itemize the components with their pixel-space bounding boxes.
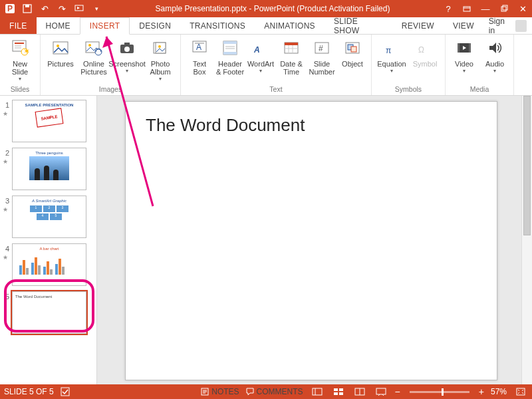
tab-slideshow[interactable]: SLIDE SHOW xyxy=(325,17,392,34)
animation-star-icon: ★ xyxy=(3,110,9,117)
svg-rect-37 xyxy=(285,43,298,45)
tab-insert[interactable]: INSERT xyxy=(80,17,130,35)
close-icon[interactable]: ✕ xyxy=(513,0,532,17)
svg-rect-75 xyxy=(339,388,343,391)
zoom-out-button[interactable]: − xyxy=(395,386,400,397)
svg-rect-61 xyxy=(50,269,53,275)
slide-sorter-view-icon[interactable] xyxy=(331,386,346,397)
wordart-icon: A xyxy=(250,37,271,59)
text-box-button[interactable]: AText Box xyxy=(185,36,214,76)
svg-point-23 xyxy=(124,47,130,52)
undo-icon[interactable]: ↶ xyxy=(37,1,52,16)
zoom-slider[interactable] xyxy=(410,391,469,393)
help-icon[interactable]: ? xyxy=(439,0,458,17)
sign-in-label: Sign in xyxy=(489,17,511,35)
slide-thumbnail[interactable]: 3★ A SmartArt Graphic 123 45 xyxy=(3,196,94,238)
tab-view[interactable]: VIEW xyxy=(444,17,483,34)
online-pictures-button[interactable]: Online Pictures xyxy=(78,36,110,82)
svg-rect-9 xyxy=(503,5,507,10)
svg-rect-60 xyxy=(47,261,49,275)
video-button[interactable]: Video xyxy=(450,36,479,74)
notes-button[interactable]: NOTES xyxy=(201,387,239,396)
tab-design[interactable]: DESIGN xyxy=(130,17,180,34)
date-time-button[interactable]: Date & Time xyxy=(277,36,306,76)
app-icon[interactable]: P xyxy=(3,1,17,16)
slide-thumbnail-preview: A bar chart xyxy=(12,243,86,286)
svg-rect-80 xyxy=(376,388,386,394)
slide-number-button[interactable]: #Slide Number xyxy=(307,36,336,76)
redo-icon[interactable]: ↷ xyxy=(55,1,69,16)
slide-thumbnail[interactable]: 1★ SAMPLE PRESENTATION SAMPLE xyxy=(3,100,94,142)
svg-rect-76 xyxy=(334,392,338,395)
svg-point-26 xyxy=(158,45,161,48)
svg-point-19 xyxy=(88,44,91,47)
tab-home[interactable]: HOME xyxy=(37,17,80,34)
group-slides: ✶ New Slide Slides xyxy=(0,35,41,95)
header-footer-icon xyxy=(219,37,241,59)
svg-point-17 xyxy=(57,45,59,47)
audio-icon xyxy=(484,37,505,59)
svg-text:A: A xyxy=(253,45,260,55)
svg-rect-57 xyxy=(35,257,37,275)
slide-thumbnail[interactable]: 5 The Word Document xyxy=(3,291,94,334)
reading-view-icon[interactable] xyxy=(352,386,367,397)
slide-thumbnail[interactable]: 4★ A bar chart xyxy=(3,243,94,286)
sign-in[interactable]: Sign in xyxy=(483,17,532,34)
svg-text:A: A xyxy=(196,43,201,52)
object-button[interactable]: Object xyxy=(338,36,367,76)
svg-rect-53 xyxy=(19,265,22,275)
slide-canvas[interactable]: The Word Document xyxy=(97,96,532,384)
slide-title[interactable]: The Word Document xyxy=(146,115,305,136)
zoom-slider-thumb[interactable] xyxy=(442,388,444,396)
current-slide[interactable]: The Word Document xyxy=(125,101,497,380)
title-bar: P ↶ ↷ ▾ Sample Presentation.pptx - Power… xyxy=(0,0,532,17)
status-bar: SLIDE 5 OF 5 NOTES COMMENTS − + 57% xyxy=(0,384,532,399)
save-icon[interactable] xyxy=(20,1,35,16)
slide-thumbnail[interactable]: 2★ Three penguins xyxy=(3,148,94,190)
svg-marker-52 xyxy=(489,43,496,53)
header-footer-button[interactable]: Header & Footer xyxy=(215,36,245,76)
equation-button[interactable]: πEquation xyxy=(376,36,408,74)
minimize-icon[interactable]: — xyxy=(476,0,495,17)
status-slide-count[interactable]: SLIDE 5 OF 5 xyxy=(4,387,54,396)
ribbon-display-icon[interactable] xyxy=(458,0,476,17)
group-symbols: πEquation ΩSymbol Symbols xyxy=(372,35,446,95)
tab-animations[interactable]: ANIMATIONS xyxy=(255,17,325,34)
scrollbar-thumb[interactable] xyxy=(523,96,531,235)
tab-file[interactable]: FILE xyxy=(0,17,37,34)
qat-customize-icon[interactable]: ▾ xyxy=(89,1,104,16)
svg-rect-25 xyxy=(156,43,166,53)
vertical-scrollbar[interactable] xyxy=(521,96,532,384)
audio-button[interactable]: Audio xyxy=(480,36,509,74)
tab-transitions[interactable]: TRANSITIONS xyxy=(180,17,255,34)
svg-rect-32 xyxy=(223,52,237,55)
wordart-button[interactable]: AWordArt xyxy=(246,36,275,76)
slide-thumbnail-panel[interactable]: 1★ SAMPLE PRESENTATION SAMPLE 2★ Three p… xyxy=(0,96,97,384)
svg-rect-6 xyxy=(464,7,470,11)
comments-button[interactable]: COMMENTS xyxy=(246,387,303,396)
zoom-in-button[interactable]: + xyxy=(479,386,484,397)
fit-to-window-icon[interactable] xyxy=(513,386,528,397)
window-title: Sample Presentation.pptx - PowerPoint (P… xyxy=(106,4,439,13)
new-slide-button[interactable]: ✶ New Slide xyxy=(4,36,36,82)
svg-text:#: # xyxy=(319,44,323,53)
svg-rect-77 xyxy=(339,392,343,395)
zoom-level[interactable]: 57% xyxy=(491,387,507,396)
svg-text:Ω: Ω xyxy=(418,45,424,55)
window-controls: ? — ✕ xyxy=(439,0,532,17)
screenshot-button[interactable]: Screenshot xyxy=(111,36,143,82)
text-box-icon: A xyxy=(189,37,210,59)
tab-review[interactable]: REVIEW xyxy=(392,17,444,34)
photo-album-button[interactable]: Photo Album xyxy=(144,36,176,82)
ribbon-tabs: FILE HOME INSERT DESIGN TRANSITIONS ANIM… xyxy=(0,17,532,35)
slideshow-view-icon[interactable] xyxy=(374,386,388,397)
slide-thumbnail-preview: The Word Document xyxy=(12,291,86,334)
normal-view-icon[interactable] xyxy=(310,386,325,397)
slide-thumbnail-preview: A SmartArt Graphic 123 45 xyxy=(12,196,86,238)
svg-rect-62 xyxy=(55,264,58,275)
start-from-beginning-icon[interactable] xyxy=(72,1,86,16)
svg-text:P: P xyxy=(7,4,13,13)
pictures-button[interactable]: Pictures xyxy=(45,36,76,82)
spell-check-icon[interactable] xyxy=(61,387,70,396)
restore-icon[interactable] xyxy=(495,0,513,17)
